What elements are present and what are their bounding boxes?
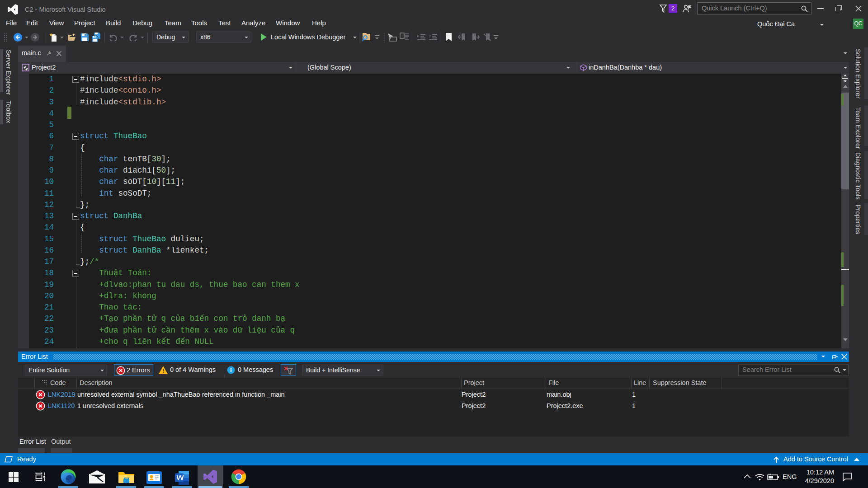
svg-text:?: ? — [429, 34, 431, 38]
